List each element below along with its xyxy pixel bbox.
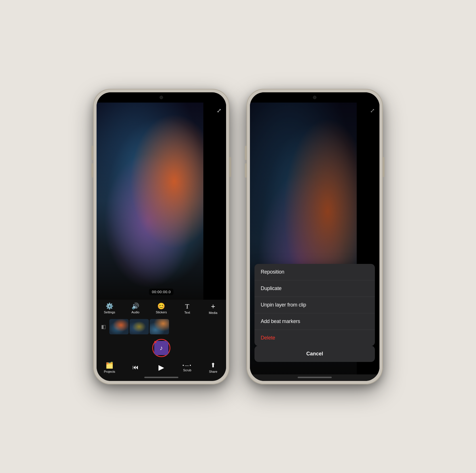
home-bar-right <box>298 377 332 378</box>
clip-thumb-2 <box>130 319 149 334</box>
audio-track[interactable]: ♪ <box>97 337 226 359</box>
scrub-icon: •—• <box>183 363 192 368</box>
right-power-button <box>383 157 385 177</box>
video-stripe <box>203 103 226 300</box>
music-note-icon: ♪ <box>154 341 168 355</box>
nav-share-label: Share <box>209 370 217 373</box>
text-icon: T <box>185 303 189 310</box>
right-camera-bar <box>250 92 379 103</box>
home-bar-left <box>144 377 178 378</box>
tool-audio-label: Audio <box>131 311 139 314</box>
back-icon: ⏮ <box>132 364 139 371</box>
media-icon: + <box>211 303 215 310</box>
clip-thumb-1 <box>109 319 129 334</box>
right-volume-down <box>245 163 247 178</box>
power-button <box>229 157 231 177</box>
timecode-left: 00:00:00.0 <box>149 289 174 295</box>
stickers-icon: 😊 <box>157 303 165 309</box>
tool-stickers-label: Stickers <box>156 311 167 314</box>
tool-stickers[interactable]: 😊 Stickers <box>153 303 170 314</box>
menu-item-reposition[interactable]: Reposition <box>254 264 375 280</box>
volume-up-button <box>91 146 93 160</box>
timeline-left: ◧ <box>97 316 226 337</box>
nav-projects-label: Projects <box>104 370 115 373</box>
menu-item-unpin[interactable]: Unpin layer from clip <box>254 297 375 313</box>
home-indicator-left <box>97 374 226 381</box>
nav-share[interactable]: ⬆ Share <box>204 362 222 373</box>
cancel-button[interactable]: Cancel <box>254 346 375 362</box>
expand-icon-left[interactable]: ⤢ <box>217 107 222 114</box>
projects-icon: 🗂️ <box>106 362 113 369</box>
camera-dot <box>160 96 163 99</box>
tool-text[interactable]: T Text <box>179 303 196 314</box>
context-menu: Reposition Duplicate Unpin layer from cl… <box>254 264 375 346</box>
menu-item-duplicate[interactable]: Duplicate <box>254 280 375 297</box>
nav-back[interactable]: ⏮ <box>127 364 144 371</box>
right-volume-up <box>245 146 247 160</box>
video-preview-right[interactable]: ⤢ Reposition Duplicate Unpin layer from … <box>250 103 379 374</box>
left-phone: ⤢ 00:00:00.0 ⚙️ Settings 🔊 Audio 😊 Stick… <box>93 89 229 384</box>
nav-scrub-label: Scrub <box>183 368 191 372</box>
menu-item-beat-markers[interactable]: Add beat markers <box>254 313 375 330</box>
left-phone-screen: ⤢ 00:00:00.0 ⚙️ Settings 🔊 Audio 😊 Stick… <box>97 92 226 381</box>
tool-audio[interactable]: 🔊 Audio <box>127 303 144 314</box>
volume-buttons <box>91 146 93 178</box>
right-phone-screen: ⤢ Reposition Duplicate Unpin layer from … <box>250 92 379 381</box>
settings-icon: ⚙️ <box>106 303 113 309</box>
right-camera-dot <box>313 96 316 99</box>
tool-media-label: Media <box>209 311 217 314</box>
audio-dot <box>154 341 156 343</box>
volume-down-button <box>91 163 93 178</box>
home-indicator-right <box>250 374 379 381</box>
clip-thumb-3 <box>150 319 169 334</box>
nav-scrub[interactable]: •—• Scrub <box>179 363 196 372</box>
toolbar-left: ⚙️ Settings 🔊 Audio 😊 Stickers T Text + <box>97 300 226 316</box>
tool-text-label: Text <box>184 311 190 314</box>
timeline-clips <box>109 319 222 334</box>
audio-icon: 🔊 <box>131 303 139 309</box>
tool-settings[interactable]: ⚙️ Settings <box>101 303 118 314</box>
menu-item-delete[interactable]: Delete <box>254 330 375 346</box>
camera-bar <box>97 92 226 103</box>
play-icon: ▶ <box>158 363 164 372</box>
nav-play[interactable]: ▶ <box>153 363 170 372</box>
right-volume-buttons <box>245 146 247 178</box>
timeline-wrapper[interactable] <box>109 319 222 334</box>
scene: ⤢ 00:00:00.0 ⚙️ Settings 🔊 Audio 😊 Stick… <box>0 0 476 473</box>
bottom-nav-left: 🗂️ Projects ⏮ ▶ •—• Scrub ⬆ Share <box>97 359 226 374</box>
right-phone: ⤢ Reposition Duplicate Unpin layer from … <box>247 89 383 384</box>
video-preview-left[interactable]: ⤢ 00:00:00.0 <box>97 103 226 300</box>
nav-projects[interactable]: 🗂️ Projects <box>101 362 118 373</box>
tool-settings-label: Settings <box>104 311 115 314</box>
tool-media[interactable]: + Media <box>204 303 222 314</box>
audio-clip-icon[interactable]: ♪ <box>152 339 170 357</box>
timeline-center-icon: ◧ <box>101 324 106 330</box>
share-icon: ⬆ <box>210 362 216 369</box>
